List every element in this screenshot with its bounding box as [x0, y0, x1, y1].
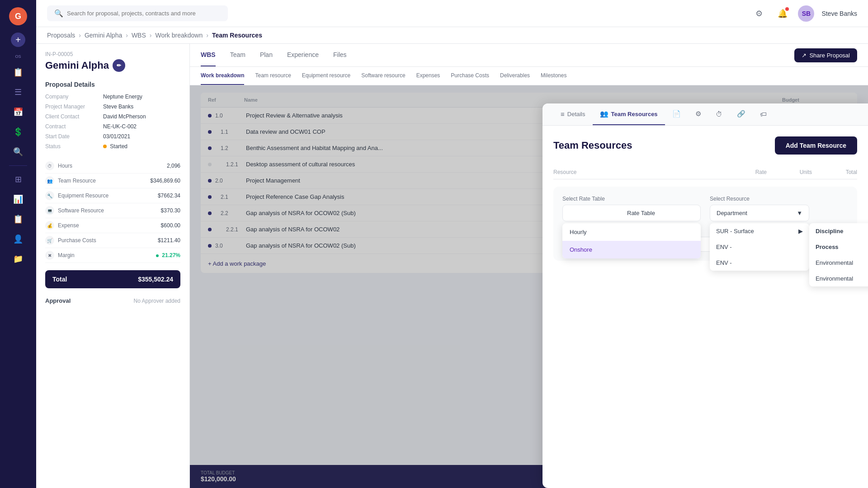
avatar[interactable]: SB [798, 5, 814, 22]
software-icon: 💻 [45, 206, 54, 215]
breadcrumb-teamresources: Team Resources [212, 32, 262, 39]
dept-env2[interactable]: ENV - [710, 255, 809, 271]
dept-env1[interactable]: ENV - [710, 239, 809, 255]
rate-option-onshore[interactable]: Onshore [562, 241, 701, 258]
dept-sur-surface[interactable]: SUR - Surface ▶ [710, 223, 809, 239]
disc-env2[interactable]: Environmental [809, 271, 868, 286]
content-area: IN-P-00005 Gemini Alpha ✏ Proposal Detai… [36, 44, 868, 488]
tab-files[interactable]: Files [333, 44, 347, 66]
breadcrumb-gemini[interactable]: Gemini Alpha [85, 32, 122, 39]
modal-tab-6[interactable]: 🔗 [730, 103, 753, 125]
tab4-icon: ⚙ [695, 110, 701, 118]
discipline-header: Discipline [809, 223, 868, 239]
col-resource: Resource [553, 169, 722, 175]
proposal-title-row: Gemini Alpha ✏ [36, 59, 189, 77]
app-logo: G [9, 7, 27, 25]
software-label: 💻 Software Resource [45, 206, 104, 215]
rate-table-value: Rate Table [627, 210, 655, 216]
detail-pm: Project Manager Steve Banks [36, 102, 189, 112]
subtab-teamresource[interactable]: Team resource [255, 67, 291, 85]
expense-icon: 💰 [45, 221, 54, 230]
nav-icon-chart[interactable]: 📊 [10, 191, 26, 207]
team-resources-icon: 👥 [600, 110, 609, 118]
rate-table-selectors: Select Rate Table Rate Table [562, 196, 848, 221]
subtab-workbreakdown[interactable]: Work breakdown [201, 67, 244, 85]
select-resource-section: Select Resource Department ▼ [710, 196, 848, 221]
approval-section: Approval No Approver added [36, 292, 189, 310]
disc-env1[interactable]: Environmental [809, 255, 868, 271]
subtab-softwareresource[interactable]: Software resource [361, 67, 405, 85]
department-dropdown[interactable]: Department ▼ [710, 205, 809, 221]
expense-label: 💰 Expense [45, 221, 79, 230]
right-panel: WBS Team Plan Experience Files ↗ Share P… [190, 44, 868, 488]
sub-tab-bar: Work breakdown Team resource Equipment r… [190, 67, 868, 85]
modal-title: Team Resources [553, 140, 632, 151]
nav-icon-calendar[interactable]: 📅 [10, 104, 26, 120]
chevron-down-icon: ▼ [797, 210, 802, 216]
modal-tab-5[interactable]: ⏱ [708, 104, 730, 125]
subtab-deliverables[interactable]: Deliverables [500, 67, 530, 85]
status-label: Status [45, 143, 99, 150]
details-tab-label: Details [567, 111, 585, 117]
sidebar: G + OS 📋 ☰ 📅 💲 🔍 ⊞ 📊 📋 👤 📁 [0, 0, 36, 488]
share-button[interactable]: ↗ Share Proposal [794, 48, 857, 62]
nav-icon-folder[interactable]: 📁 [10, 251, 26, 267]
notification-icon[interactable]: 🔔 [774, 5, 791, 22]
main-content: 🔍 ⚙ 🔔 SB Steve Banks Proposals › Gemini … [36, 0, 868, 488]
tab-team[interactable]: Team [230, 44, 245, 66]
status-value: Started [103, 143, 127, 150]
resource-table-header: Resource Rate Units Total [553, 165, 857, 179]
edit-button[interactable]: ✏ [113, 59, 125, 72]
nav-icon-grid[interactable]: ⊞ [10, 171, 26, 188]
subtab-purchasecosts[interactable]: Purchase Costs [451, 67, 489, 85]
margin-dot [156, 254, 159, 257]
breadcrumb-proposals[interactable]: Proposals [47, 32, 75, 39]
tab-experience[interactable]: Experience [287, 44, 319, 66]
equipment-value: $7662.34 [158, 192, 180, 199]
search-box[interactable]: 🔍 [47, 5, 228, 21]
nav-icon-dollar[interactable]: 💲 [10, 124, 26, 140]
dept-label: ENV - [716, 244, 732, 250]
nav-icon-table[interactable]: 📋 [10, 211, 26, 227]
summary-section: ⏱ Hours 2,096 👥 Team Resource $346,869.6… [36, 151, 189, 267]
rate-table-selector[interactable]: Rate Table [562, 205, 701, 221]
nav-icon-person[interactable]: 👤 [10, 231, 26, 247]
rate-table-selector-wrapper: Rate Table Hourly [562, 205, 701, 221]
settings-icon[interactable]: ⚙ [751, 5, 767, 22]
dept-label: ENV - [716, 259, 732, 266]
rate-option-hourly[interactable]: Hourly [562, 223, 701, 241]
add-team-resource-button[interactable]: Add Team Resource [775, 136, 857, 155]
rate-table-input[interactable] [569, 210, 623, 216]
breadcrumb-wbs[interactable]: WBS [132, 32, 146, 39]
search-input[interactable] [67, 10, 221, 17]
contract-value: NE-UK-C-002 [103, 123, 137, 130]
disc-process[interactable]: Process ▶ [809, 239, 868, 255]
margin-label: ✖ Margin [45, 251, 75, 260]
breadcrumb-workbreakdown[interactable]: Work breakdown [155, 32, 203, 39]
nav-icon-search[interactable]: 🔍 [10, 144, 26, 160]
modal-tab-7[interactable]: 🏷 [753, 104, 774, 125]
breadcrumb-sep-3: › [150, 32, 152, 39]
add-button[interactable]: + [11, 33, 25, 47]
breadcrumb-sep-2: › [126, 32, 128, 39]
modal-tab-details[interactable]: ≡ Details [553, 104, 593, 125]
summary-purchase: 🛒 Purchase Costs $1211.40 [45, 233, 180, 248]
detail-contract: Contract NE-UK-C-002 [36, 122, 189, 131]
modal-tab-4[interactable]: ⚙ [688, 103, 708, 125]
subtab-equipmentresource[interactable]: Equipment resource [302, 67, 350, 85]
subtab-expenses[interactable]: Expenses [416, 67, 440, 85]
nav-icon-list[interactable]: ☰ [10, 84, 26, 100]
tab-plan[interactable]: Plan [260, 44, 273, 66]
col-units: Units [767, 169, 812, 175]
tab3-icon: 📄 [672, 110, 681, 118]
tab-wbs[interactable]: WBS [201, 44, 216, 66]
purchase-value: $1211.40 [158, 237, 180, 244]
chevron-right-icon: ▶ [798, 228, 803, 235]
nav-icon-docs[interactable]: 📋 [10, 64, 26, 80]
modal-tab-3[interactable]: 📄 [665, 103, 688, 125]
modal-tab-team-resources[interactable]: 👥 Team Resources [593, 103, 665, 125]
user-name: Steve Banks [821, 10, 857, 17]
subtab-milestones[interactable]: Milestones [541, 67, 566, 85]
margin-value: 21.27% [156, 252, 180, 258]
detail-start: Start Date 03/01/2021 [36, 131, 189, 141]
